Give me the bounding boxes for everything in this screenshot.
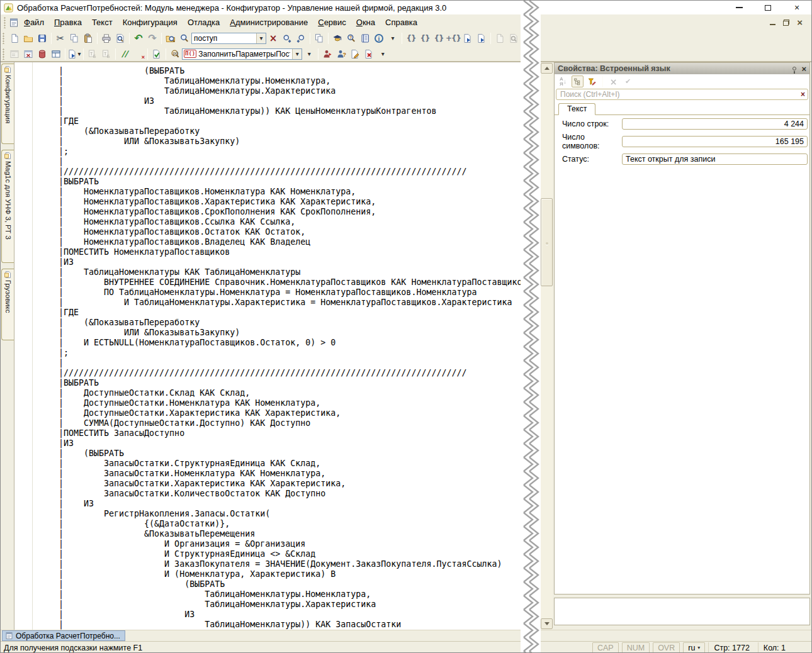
pin-icon[interactable] bbox=[792, 67, 796, 70]
save-floppy-icon bbox=[37, 33, 47, 43]
procedures-combo[interactable]: П() ▾ bbox=[182, 48, 302, 60]
procedures-input[interactable] bbox=[196, 50, 292, 59]
procedures-more-button[interactable]: ▾ bbox=[302, 47, 316, 61]
form-window-button[interactable] bbox=[8, 47, 21, 61]
filter-settings-button[interactable] bbox=[586, 75, 598, 87]
find-combo[interactable]: ▾ bbox=[191, 33, 266, 44]
menu-edit[interactable]: Правка bbox=[49, 16, 87, 28]
close-button[interactable]: × bbox=[782, 1, 811, 14]
toolbar-grip[interactable] bbox=[4, 17, 6, 28]
status-field[interactable]: Текст открыт для записи bbox=[622, 153, 808, 165]
window-copy-button[interactable] bbox=[312, 31, 326, 45]
syntax-help-button[interactable] bbox=[358, 31, 372, 45]
cancel-edit-button[interactable]: × bbox=[607, 75, 619, 87]
user-update-button[interactable] bbox=[320, 47, 334, 61]
edit-document-button[interactable] bbox=[348, 47, 362, 61]
copy-button[interactable] bbox=[67, 31, 81, 45]
close-window-button[interactable] bbox=[21, 47, 35, 61]
procedures-combo-dropdown[interactable]: ▾ bbox=[292, 49, 302, 59]
menu-service[interactable]: Сервис bbox=[313, 16, 351, 28]
template-a-button[interactable] bbox=[86, 47, 99, 61]
properties-search-box[interactable]: × bbox=[556, 89, 808, 100]
sidebar-tab-configuration[interactable]: Конфигурация bbox=[1, 64, 14, 144]
context-help-button[interactable] bbox=[344, 31, 358, 45]
keyboard-language-selector[interactable]: ru▾ bbox=[683, 642, 705, 653]
properties-close-button[interactable]: × bbox=[801, 65, 806, 73]
undo-button[interactable]: ↶ bbox=[132, 31, 145, 45]
uncomment-button[interactable]: × bbox=[132, 47, 145, 61]
code-editor[interactable]: | (ВЫБРАТЬ | ТаблицаНоменклатуры.Номенкл… bbox=[14, 62, 539, 630]
scroll-up-button[interactable] bbox=[541, 63, 553, 74]
collapse-all-groups-button[interactable]: {} bbox=[418, 31, 432, 45]
goto-module-button[interactable]: ▾ bbox=[67, 47, 81, 61]
restore-button[interactable] bbox=[753, 1, 782, 14]
cut-button[interactable]: ✂ bbox=[54, 31, 67, 45]
mdi-close-button[interactable]: × bbox=[797, 17, 803, 28]
module-source-text[interactable]: | (ВЫБРАТЬ | ТаблицаНоменклатуры.Номенкл… bbox=[14, 62, 539, 630]
menu-windows[interactable]: Окна bbox=[351, 16, 380, 28]
toolbar-grip[interactable] bbox=[3, 48, 5, 60]
delete-document-button[interactable] bbox=[362, 47, 376, 61]
add-group-button[interactable]: +{} bbox=[446, 31, 461, 45]
find-prev-button[interactable] bbox=[294, 31, 308, 45]
menu-help[interactable]: Справка bbox=[380, 16, 422, 28]
menu-administration[interactable]: Администрирование bbox=[225, 16, 313, 28]
status-help-text: Для получения подсказки нажмите F1 bbox=[4, 644, 142, 652]
line-count-field[interactable]: 4 244 bbox=[622, 118, 808, 130]
print-button[interactable] bbox=[99, 31, 113, 45]
collapse-group-button[interactable]: {} bbox=[404, 31, 418, 45]
scrollbar-thumb[interactable] bbox=[541, 198, 553, 286]
sidebar-tab-gruzovik[interactable]: Грузовикс bbox=[1, 269, 14, 340]
document-tab-active[interactable]: Обработка РасчетПотребно... bbox=[2, 630, 125, 641]
find-input[interactable] bbox=[192, 34, 256, 43]
expand-all-groups-button[interactable]: {} bbox=[432, 31, 446, 45]
open-button[interactable] bbox=[21, 31, 35, 45]
properties-dock: Свойства: Встроенный язык × АЯ↓ × ✔ bbox=[553, 62, 811, 630]
data-history-button[interactable] bbox=[35, 47, 49, 61]
module-check-button[interactable] bbox=[150, 47, 164, 61]
category-view-button[interactable] bbox=[572, 75, 584, 87]
syntax-check-button[interactable] bbox=[330, 31, 344, 45]
mdi-restore-button[interactable] bbox=[783, 20, 789, 26]
minimize-button[interactable] bbox=[725, 1, 753, 14]
menu-debug[interactable]: Отладка bbox=[183, 16, 225, 28]
compare-files-button[interactable] bbox=[493, 31, 507, 45]
clear-find-button[interactable]: × bbox=[266, 31, 280, 45]
save-button[interactable] bbox=[35, 31, 49, 45]
info-button[interactable]: i bbox=[372, 31, 386, 45]
menu-file[interactable]: Файл bbox=[19, 16, 49, 28]
toolbar-grip[interactable] bbox=[3, 33, 5, 44]
search-clear-icon[interactable]: × bbox=[799, 90, 806, 99]
sort-alphabetical-button[interactable]: АЯ↓ bbox=[557, 75, 569, 87]
user-help-button[interactable] bbox=[334, 47, 348, 61]
new-document-button[interactable] bbox=[8, 31, 21, 45]
properties-search-input[interactable] bbox=[559, 89, 799, 99]
menu-text[interactable]: Текст bbox=[87, 16, 118, 28]
format-block-button[interactable] bbox=[475, 31, 488, 45]
comment-button[interactable]: // bbox=[118, 47, 132, 61]
search-file-button[interactable] bbox=[507, 31, 521, 45]
apply-edit-button[interactable]: ✔ bbox=[622, 75, 634, 87]
menu-configuration[interactable]: Конфигурация bbox=[118, 16, 183, 28]
mdi-minimize-button[interactable] bbox=[770, 20, 775, 25]
find-button[interactable] bbox=[178, 31, 191, 45]
find-in-files-button[interactable] bbox=[164, 31, 178, 45]
toolbar2-more-button[interactable]: ▾ bbox=[376, 47, 390, 61]
template-b-button[interactable] bbox=[99, 47, 113, 61]
sidebar-tab-mag1c[interactable]: Mag1c для УНФ 3, РТ 3 bbox=[1, 150, 14, 263]
char-count-field[interactable]: 165 195 bbox=[622, 136, 808, 147]
sidebar-tab-label: Грузовикс bbox=[4, 280, 12, 313]
mdi-document-icon[interactable] bbox=[9, 18, 19, 28]
editor-vertical-scrollbar[interactable] bbox=[539, 62, 553, 630]
scroll-down-button[interactable] bbox=[541, 618, 553, 629]
procedures-search-button[interactable] bbox=[168, 47, 182, 61]
find-next-button[interactable] bbox=[280, 31, 294, 45]
redo-button[interactable]: ↷ bbox=[145, 31, 159, 45]
paste-button[interactable] bbox=[81, 31, 95, 45]
find-combo-dropdown[interactable]: ▾ bbox=[256, 33, 266, 43]
tab-text[interactable]: Текст bbox=[558, 103, 595, 115]
print-preview-button[interactable] bbox=[113, 31, 127, 45]
toolbar-more-button[interactable]: ▾ bbox=[386, 31, 400, 45]
goto-definition-button[interactable] bbox=[461, 31, 475, 45]
table-box-button[interactable] bbox=[49, 47, 63, 61]
